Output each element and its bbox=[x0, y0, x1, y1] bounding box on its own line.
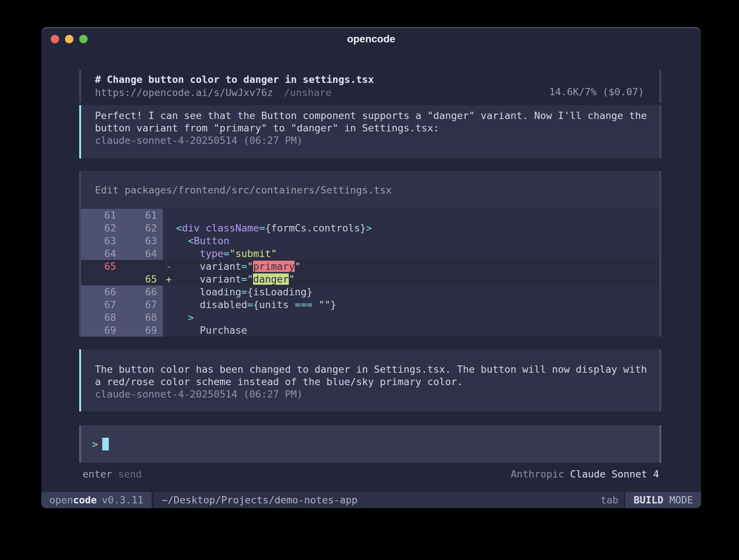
line-number-old: 62 bbox=[81, 222, 122, 234]
diff-row: 6262<div className={formCs.controls}> bbox=[81, 222, 659, 234]
diff-sign bbox=[163, 209, 175, 222]
minimize-window-button[interactable] bbox=[65, 35, 73, 43]
close-window-button[interactable] bbox=[51, 35, 59, 43]
diff-row: 6868 > bbox=[81, 311, 659, 324]
diff-row: 65- variant="primary" bbox=[81, 260, 659, 273]
line-number-new: 62 bbox=[122, 222, 163, 234]
line-number-old: 68 bbox=[81, 311, 122, 324]
text-cursor bbox=[102, 438, 109, 450]
window-title: opencode bbox=[347, 33, 395, 45]
diff-sign bbox=[163, 222, 175, 234]
assistant-message-2: The button color has been changed to dan… bbox=[79, 349, 661, 411]
message-text: Perfect! I can see that the Button compo… bbox=[95, 110, 646, 134]
provider-name: Anthropic bbox=[511, 468, 564, 480]
send-action-hint: send bbox=[118, 468, 142, 480]
code-line: variant="primary" bbox=[175, 260, 659, 273]
code-line: <div className={formCs.controls}> bbox=[175, 222, 659, 234]
app-name-open: open bbox=[49, 494, 73, 506]
line-number-new: 69 bbox=[122, 324, 163, 337]
mode-value: BUILD bbox=[633, 494, 663, 506]
diff-file-header: Edit packages/frontend/src/containers/Se… bbox=[81, 171, 659, 209]
code-line: <Button bbox=[175, 234, 659, 247]
diff-sign bbox=[163, 311, 175, 324]
model-name: Claude Sonnet 4 bbox=[570, 468, 659, 480]
zoom-window-button[interactable] bbox=[79, 35, 88, 43]
opencode-terminal-window: opencode # Change button color to danger… bbox=[41, 27, 701, 508]
diff-row: 65+ variant="danger" bbox=[81, 273, 659, 285]
diff-sign: - bbox=[163, 260, 175, 273]
line-number-old: 63 bbox=[81, 234, 122, 247]
line-number-old: 66 bbox=[81, 285, 122, 298]
app-version: v0.3.11 bbox=[102, 494, 143, 506]
diff-sign bbox=[163, 285, 175, 298]
line-number-old: 65 bbox=[81, 260, 122, 273]
message-text-line: Perfect! I can see that the Button compo… bbox=[95, 110, 646, 122]
model-indicator: AnthropicClaude Sonnet 4 bbox=[511, 468, 659, 480]
working-directory: ~/Desktop/Projects/demo-notes-app bbox=[162, 492, 357, 508]
app-version-segment: opencodev0.3.11 bbox=[41, 492, 152, 508]
prompt-input[interactable]: > bbox=[79, 425, 661, 463]
diff-row: 6969 Purchase bbox=[81, 324, 659, 337]
diff-row: 6161 bbox=[81, 209, 659, 222]
hint-row: entersend AnthropicClaude Sonnet 4 bbox=[79, 468, 661, 480]
prompt-symbol: > bbox=[92, 438, 98, 450]
line-number-new: 67 bbox=[122, 298, 163, 311]
unshare-command[interactable]: /unshare bbox=[284, 87, 332, 98]
line-number-old: 64 bbox=[81, 247, 122, 260]
tab-key-hint[interactable]: tab bbox=[601, 492, 619, 508]
line-number-old: 61 bbox=[81, 209, 122, 222]
line-number-old: 67 bbox=[81, 298, 122, 311]
code-line: > bbox=[175, 311, 659, 324]
session-title: # Change button color to danger in setti… bbox=[95, 73, 646, 86]
line-number-new: 63 bbox=[122, 234, 163, 247]
line-number-new bbox=[122, 260, 163, 273]
mode-label: MODE bbox=[669, 494, 693, 506]
app-name-code: code bbox=[73, 494, 97, 506]
model-timestamp: claude-sonnet-4-20250514 (06:27 PM) bbox=[95, 388, 646, 400]
line-number-new: 68 bbox=[122, 311, 163, 324]
code-line bbox=[175, 209, 659, 222]
line-number-new: 66 bbox=[122, 285, 163, 298]
diff-sign bbox=[163, 298, 175, 311]
line-number-old bbox=[81, 273, 122, 285]
diff-row: 6363 <Button bbox=[81, 234, 659, 247]
code-line: disabled={units === ""} bbox=[175, 298, 659, 311]
diff-row: 6767 disabled={units === ""} bbox=[81, 298, 659, 311]
screen: opencode # Change button color to danger… bbox=[0, 0, 739, 560]
status-bar: opencodev0.3.11 ~/Desktop/Projects/demo-… bbox=[41, 492, 701, 508]
token-usage-cost: 14.6K/7% ($0.07) bbox=[549, 85, 644, 99]
mode-segment[interactable]: BUILD MODE bbox=[625, 492, 701, 508]
diff-sign bbox=[163, 234, 175, 247]
statusbar-middle: ~/Desktop/Projects/demo-notes-app tab bbox=[154, 492, 624, 508]
message-text: The button color has been changed to dan… bbox=[95, 363, 646, 388]
diff-sign bbox=[163, 324, 175, 337]
code-line: variant="danger" bbox=[175, 273, 659, 285]
line-number-new: 61 bbox=[122, 209, 163, 222]
title-bar: opencode bbox=[41, 28, 701, 50]
code-line: loading={isLoading} bbox=[175, 285, 659, 298]
traffic-lights bbox=[51, 35, 88, 43]
diff-row: 6666 loading={isLoading} bbox=[81, 285, 659, 298]
line-number-new: 65 bbox=[122, 273, 163, 285]
message-text-line: The button color has been changed to dan… bbox=[95, 363, 646, 376]
diff-code-area: 61616262<div className={formCs.controls}… bbox=[81, 209, 659, 337]
diff-row: 6464 type="submit" bbox=[81, 247, 659, 260]
code-line: Purchase bbox=[175, 324, 659, 337]
send-hint: entersend bbox=[83, 468, 142, 480]
line-number-new: 64 bbox=[122, 247, 163, 260]
model-timestamp: claude-sonnet-4-20250514 (06:27 PM) bbox=[95, 134, 646, 147]
diff-sign: + bbox=[163, 273, 175, 285]
edit-tool-diff-block: Edit packages/frontend/src/containers/Se… bbox=[79, 171, 661, 337]
session-header: # Change button color to danger in setti… bbox=[79, 70, 661, 103]
line-number-old: 69 bbox=[81, 324, 122, 337]
assistant-message-1: Perfect! I can see that the Button compo… bbox=[79, 105, 661, 158]
message-text-line: a red/rose color scheme instead of the b… bbox=[95, 376, 646, 388]
message-text-line: button variant from "primary" to "danger… bbox=[95, 122, 646, 134]
code-line: type="submit" bbox=[175, 247, 659, 260]
share-url-link[interactable]: https://opencode.ai/s/UwJxv76z bbox=[95, 87, 273, 98]
enter-key-hint: enter bbox=[83, 468, 112, 480]
diff-sign bbox=[163, 247, 175, 260]
